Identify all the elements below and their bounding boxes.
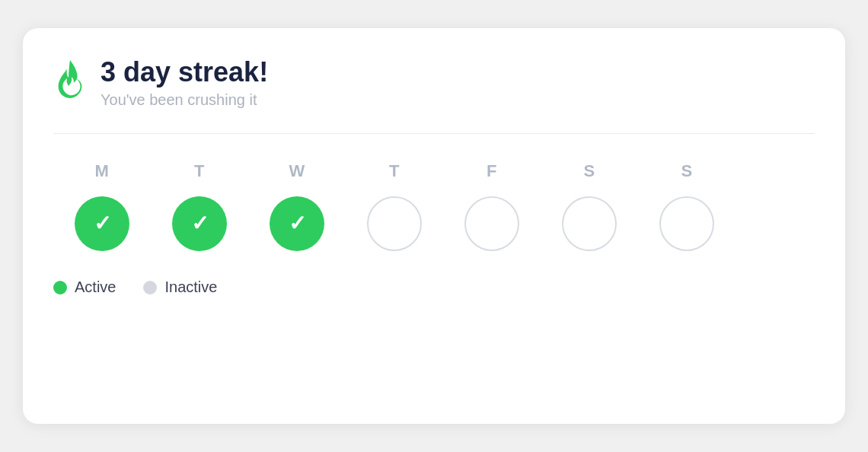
day-label-6: S	[638, 161, 736, 181]
checkmark-2: ✓	[289, 213, 306, 234]
active-circle-2: ✓	[270, 196, 324, 251]
day-label-2: W	[248, 161, 346, 181]
legend: Active Inactive	[53, 279, 815, 296]
day-circle-3	[346, 196, 443, 251]
inactive-circle-5	[562, 196, 617, 251]
day-circle-1: ✓	[151, 196, 248, 251]
inactive-dot	[143, 281, 157, 294]
inactive-circle-3	[367, 196, 422, 251]
legend-item-active: Active	[53, 279, 116, 296]
days-section: MTWTFSS ✓✓✓	[53, 161, 815, 251]
day-circle-0: ✓	[53, 196, 151, 251]
day-label-0: M	[53, 161, 151, 181]
divider	[53, 133, 815, 134]
day-circle-4	[443, 196, 541, 251]
checkmark-0: ✓	[94, 213, 111, 234]
inactive-label: Inactive	[164, 279, 217, 296]
header-text: 3 day streak! You've been crushing it	[101, 56, 268, 109]
day-label-1: T	[151, 161, 248, 181]
day-label-3: T	[346, 161, 443, 181]
legend-item-inactive: Inactive	[143, 279, 217, 296]
flame-icon	[53, 59, 87, 98]
day-labels: MTWTFSS	[53, 161, 815, 181]
day-circles: ✓✓✓	[53, 196, 815, 251]
active-label: Active	[75, 279, 116, 296]
active-circle-1: ✓	[172, 196, 227, 251]
day-label-4: F	[443, 161, 541, 181]
streak-subtitle: You've been crushing it	[101, 91, 268, 109]
day-circle-6	[638, 196, 736, 251]
streak-title: 3 day streak!	[101, 56, 268, 88]
inactive-circle-6	[659, 196, 714, 251]
streak-card: 3 day streak! You've been crushing it MT…	[23, 28, 845, 424]
checkmark-1: ✓	[191, 213, 209, 234]
active-dot	[53, 281, 67, 294]
day-circle-5	[541, 196, 638, 251]
day-label-5: S	[541, 161, 638, 181]
day-circle-2: ✓	[248, 196, 346, 251]
active-circle-0: ✓	[75, 196, 129, 251]
card-header: 3 day streak! You've been crushing it	[53, 56, 815, 109]
inactive-circle-4	[464, 196, 519, 251]
